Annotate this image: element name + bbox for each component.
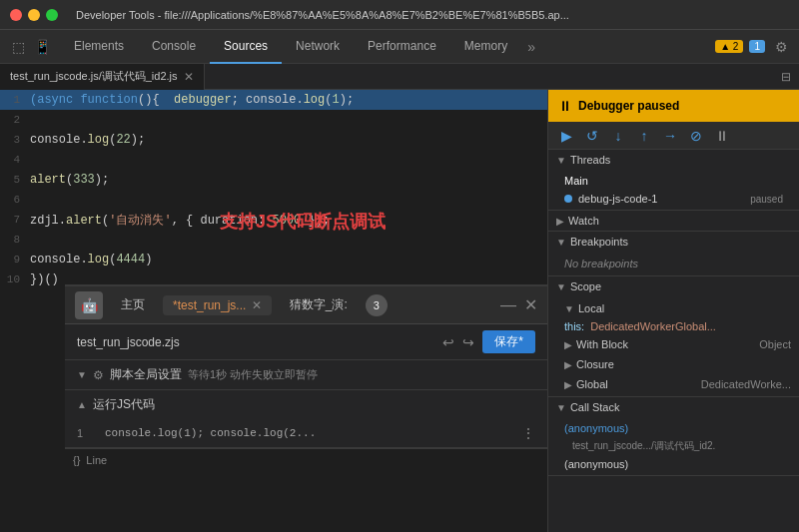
zjs-tab-home[interactable]: 主页	[111, 293, 155, 316]
with-block-label: With Block	[576, 338, 628, 350]
watch-section-header[interactable]: ▶ Watch	[548, 211, 799, 231]
watermark-text: 支持JS代码断点调试	[220, 210, 386, 234]
thread-main[interactable]: Main	[548, 172, 799, 190]
file-tab-bar: test_run_jscode.js/调试代码_id2.js ✕ ⊟	[0, 64, 799, 90]
scope-label: Scope	[570, 280, 601, 292]
code-line-4: 4	[0, 150, 547, 170]
tab-sources[interactable]: Sources	[210, 30, 282, 64]
info-badge[interactable]: 1	[749, 40, 765, 53]
scope-section-header[interactable]: ▼ Scope	[548, 276, 799, 296]
device-icon[interactable]: 📱	[32, 37, 52, 57]
undo-icon[interactable]: ↩	[442, 334, 454, 350]
left-bottom-bar: {} Line	[65, 448, 547, 470]
section-desc: 等待1秒 动作失败立即暂停	[188, 367, 318, 382]
more-tabs-button[interactable]: »	[521, 39, 541, 55]
settings-icon[interactable]: ⚙	[771, 37, 791, 57]
global-val: DedicatedWorke...	[701, 378, 791, 390]
threads-content: Main debug-js-code-1 paused	[548, 170, 799, 210]
file-tab-close[interactable]: ✕	[184, 70, 194, 84]
global-header[interactable]: ▶ Global DedicatedWorke...	[548, 374, 799, 394]
code-line-1: 1 (async function(){ debugger; console.l…	[0, 90, 547, 110]
with-block-val: Object	[759, 338, 791, 350]
breakpoints-section: ▼ Breakpoints No breakpoints	[548, 232, 799, 276]
title-bar: Developer Tools - file:///Applications/%…	[0, 0, 799, 30]
zjs-tab-file-close[interactable]: ✕	[252, 298, 262, 312]
breakpoints-content: No breakpoints	[548, 252, 799, 275]
minimize-panel-icon[interactable]: —	[500, 296, 516, 314]
code-line-6: 6	[0, 190, 547, 210]
traffic-lights	[10, 9, 58, 21]
step-into-button[interactable]: ↓	[608, 126, 628, 146]
tab-memory[interactable]: Memory	[450, 30, 521, 64]
maximize-button[interactable]	[46, 9, 58, 21]
threads-section: ▼ Threads Main debug-js-code-1 paused	[548, 150, 799, 211]
minimize-button[interactable]	[28, 9, 40, 21]
local-section-header[interactable]: ▼ Local	[548, 298, 799, 318]
zjs-tab-controls: — ✕	[500, 295, 537, 314]
global-label: Global	[576, 378, 608, 390]
deactivate-button[interactable]: ⊘	[686, 126, 706, 146]
zjs-overlay: 🤖 主页 *test_run_js... ✕ 猜数字_演: 3	[65, 284, 547, 532]
save-button[interactable]: 保存*	[482, 330, 535, 353]
gear-icon: ⚙	[93, 368, 104, 382]
breakpoints-section-header[interactable]: ▼ Breakpoints	[548, 232, 799, 252]
run-code-preview: console.log(1); console.log(2...	[105, 427, 513, 439]
panel-toggle-icon[interactable]: ⊟	[773, 70, 799, 84]
step-button[interactable]: →	[660, 126, 680, 146]
zjs-section-settings-header[interactable]: ▼ ⚙ 脚本全局设置 等待1秒 动作失败立即暂停	[65, 360, 547, 389]
tab-right-icons: ▲ 2 1 ⚙	[715, 37, 799, 57]
tab-performance[interactable]: Performance	[354, 30, 450, 64]
run-section-title: 运行JS代码	[93, 396, 155, 413]
resume-button[interactable]: ▶	[556, 126, 576, 146]
call-stack-section-header[interactable]: ▼ Call Stack	[548, 397, 799, 417]
redo-icon[interactable]: ↪	[462, 334, 474, 350]
pause-on-exceptions[interactable]: ⏸	[712, 126, 732, 146]
step-over-button[interactable]: ↺	[582, 126, 602, 146]
closure-header[interactable]: ▶ Closure	[548, 354, 799, 374]
close-panel-icon[interactable]: ✕	[524, 295, 537, 314]
zjs-action-icons: ↩ ↪	[442, 334, 474, 350]
inspect-icon[interactable]: ⬚	[8, 37, 28, 57]
right-panel: ⏸ Debugger paused ▶ ↺ ↓ ↑ → ⊘ ⏸ ▼ Thread…	[547, 90, 799, 532]
scope-section: ▼ Scope ▼ Local this: DedicatedWorkerGlo…	[548, 276, 799, 397]
call-stack-item-0[interactable]: (anonymous)	[548, 419, 799, 437]
step-out-button[interactable]: ↑	[634, 126, 654, 146]
tab-elements[interactable]: Elements	[60, 30, 138, 64]
chevron-down-icon: ▼	[556, 281, 566, 292]
line-label: Line	[86, 454, 107, 466]
local-label: Local	[578, 302, 604, 314]
scope-content: ▼ Local this: DedicatedWorkerGlobal... ▶…	[548, 296, 799, 396]
file-tab[interactable]: test_run_jscode.js/调试代码_id2.js ✕	[0, 64, 205, 90]
watch-section: ▶ Watch	[548, 211, 799, 232]
zjs-tab-guess[interactable]: 猜数字_演:	[280, 293, 358, 316]
thread-debug[interactable]: debug-js-code-1 paused	[548, 190, 799, 208]
scope-key: this:	[564, 320, 584, 332]
pause-dot: ⏸	[558, 98, 572, 114]
zjs-section-run-header[interactable]: ▲ 运行JS代码	[65, 390, 547, 419]
run-line-number: 1	[77, 427, 97, 439]
main-layout: 1 (async function(){ debugger; console.l…	[0, 90, 799, 532]
braces-icon[interactable]: {}	[73, 454, 80, 466]
run-more-icon[interactable]: ⋮	[521, 425, 535, 441]
zjs-header: 🤖 主页 *test_run_js... ✕ 猜数字_演: 3	[65, 286, 547, 324]
breakpoints-label: Breakpoints	[570, 236, 628, 248]
threads-section-header[interactable]: ▼ Threads	[548, 150, 799, 170]
call-stack-item-1[interactable]: (anonymous)	[548, 455, 799, 473]
nav-icons: ⬚ 📱	[0, 37, 60, 57]
chevron-down-icon: ▼	[556, 402, 566, 413]
zjs-tab-file[interactable]: *test_run_js... ✕	[163, 295, 272, 315]
zjs-section-run: ▲ 运行JS代码 1 console.log(1); console.log(2…	[65, 390, 547, 448]
tab-network[interactable]: Network	[282, 30, 354, 64]
code-editor[interactable]: 1 (async function(){ debugger; console.l…	[0, 90, 547, 532]
scope-this-item: this: DedicatedWorkerGlobal...	[548, 318, 799, 334]
zjs-filename: test_run_jscode.zjs	[77, 335, 434, 349]
close-button[interactable]	[10, 9, 22, 21]
with-block-header[interactable]: ▶ With Block Object	[548, 334, 799, 354]
tab-console[interactable]: Console	[138, 30, 210, 64]
zjs-run-row: 1 console.log(1); console.log(2... ⋮	[65, 419, 547, 447]
no-breakpoints-text: No breakpoints	[548, 254, 799, 273]
chevron-right-icon: ▶	[556, 216, 564, 227]
window-title: Developer Tools - file:///Applications/%…	[76, 9, 569, 21]
debugger-paused-header: ⏸ Debugger paused	[548, 90, 799, 122]
warning-badge[interactable]: ▲ 2	[715, 40, 743, 53]
